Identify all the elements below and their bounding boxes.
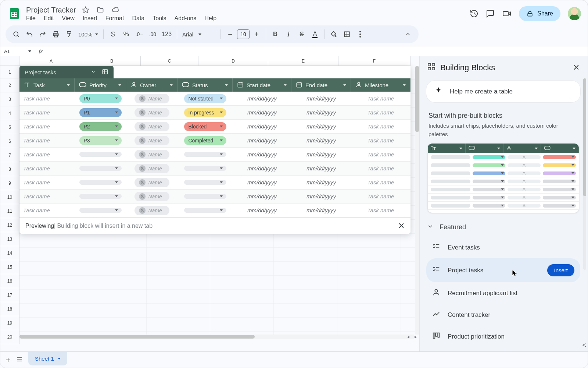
strike-icon[interactable]: S [298, 31, 306, 38]
row-header[interactable]: 10 [0, 190, 19, 204]
col-header[interactable]: E [268, 56, 338, 66]
text-color-icon[interactable]: A [311, 31, 319, 38]
menu-tools[interactable]: Tools [153, 15, 166, 22]
preview-column-header[interactable]: Start date [233, 78, 291, 92]
sheet-tab[interactable]: Sheet 1 [28, 352, 67, 365]
task-placeholder[interactable]: Task name [23, 151, 50, 158]
row-header[interactable]: 2 [0, 78, 19, 92]
meet-icon[interactable] [502, 9, 512, 18]
row-header[interactable]: 18 [0, 302, 19, 316]
col-header[interactable]: F [338, 56, 410, 66]
row-header[interactable]: 12 [0, 218, 19, 232]
status-chip[interactable]: Completed [184, 136, 226, 145]
menu-view[interactable]: View [62, 15, 74, 22]
task-placeholder[interactable]: Task name [23, 109, 50, 116]
priority-chip[interactable] [79, 208, 122, 213]
preview-column-header[interactable]: End date [291, 78, 351, 92]
end-date-cell[interactable]: mm/dd/yyyy [291, 207, 351, 213]
preview-column-header[interactable]: Status [178, 78, 233, 92]
menu-format[interactable]: Format [105, 15, 124, 22]
horizontal-scrollbar[interactable] [19, 335, 414, 339]
template-item[interactable]: Event tasks [426, 237, 580, 258]
doc-title[interactable]: Project Tracker [26, 6, 76, 14]
milestone-placeholder[interactable]: Task name [368, 207, 394, 213]
table-grid-icon[interactable] [102, 68, 108, 76]
italic-icon[interactable]: I [284, 31, 293, 38]
owner-chip[interactable]: Name [135, 164, 169, 173]
name-box[interactable]: A1 [0, 49, 35, 54]
end-date-cell[interactable]: mm/dd/yyyy [291, 165, 351, 171]
owner-chip[interactable]: Name [135, 150, 169, 159]
start-date-cell[interactable]: mm/dd/yyyy [233, 109, 291, 116]
menu-insert[interactable]: Insert [83, 15, 97, 22]
comments-icon[interactable] [486, 9, 495, 18]
start-date-cell[interactable]: mm/dd/yyyy [233, 207, 291, 213]
milestone-placeholder[interactable]: Task name [368, 137, 394, 144]
status-chip[interactable] [184, 152, 226, 157]
status-chip[interactable]: In progress [184, 108, 226, 117]
start-date-cell[interactable]: mm/dd/yyyy [233, 193, 291, 199]
task-placeholder[interactable]: Task name [23, 193, 50, 199]
col-header[interactable]: B [83, 56, 141, 66]
zoom-value[interactable]: 100% [78, 31, 92, 38]
account-avatar[interactable] [568, 7, 581, 20]
milestone-placeholder[interactable]: Task name [368, 179, 394, 185]
col-header[interactable]: C [141, 56, 198, 66]
task-placeholder[interactable]: Task name [23, 165, 50, 171]
row-header[interactable]: 15 [0, 260, 19, 274]
row-header[interactable]: 19 [0, 316, 19, 330]
template-item[interactable]: Recruitment applicant list [426, 282, 580, 304]
paint-format-icon[interactable] [65, 31, 73, 38]
redo-icon[interactable] [39, 31, 47, 38]
menu-help[interactable]: Help [204, 15, 216, 22]
borders-icon[interactable] [343, 31, 351, 38]
milestone-placeholder[interactable]: Task name [368, 151, 394, 158]
move-icon[interactable] [97, 6, 104, 14]
row-header[interactable]: 5 [0, 120, 19, 134]
fontsize-increase[interactable]: + [252, 30, 261, 39]
collapse-panel-icon[interactable]: < [582, 342, 586, 349]
end-date-cell[interactable]: mm/dd/yyyy [291, 193, 351, 199]
template-item[interactable]: Content tracker [426, 304, 580, 326]
vertical-scrollbar[interactable] [415, 66, 419, 335]
template-item[interactable]: Product prioritization [426, 326, 580, 347]
fill-color-icon[interactable] [330, 31, 338, 38]
collapse-toolbar-icon[interactable] [404, 31, 412, 38]
owner-chip[interactable]: Name [135, 192, 169, 201]
task-placeholder[interactable]: Task name [23, 123, 50, 130]
milestone-placeholder[interactable]: Task name [368, 165, 394, 171]
priority-chip[interactable]: P0 [79, 94, 122, 103]
milestone-placeholder[interactable]: Task name [368, 123, 394, 130]
dec-decrease-icon[interactable]: .0← [135, 31, 143, 37]
priority-chip[interactable] [79, 194, 122, 199]
milestone-placeholder[interactable]: Task name [368, 95, 394, 102]
font-select[interactable]: Arial [182, 31, 215, 38]
owner-chip[interactable]: Name [135, 122, 169, 131]
chevron-down-icon[interactable] [95, 33, 98, 35]
end-date-cell[interactable]: mm/dd/yyyy [291, 137, 351, 144]
close-icon[interactable]: ✕ [573, 63, 580, 72]
status-chip[interactable] [184, 166, 226, 171]
task-placeholder[interactable]: Task name [23, 207, 50, 213]
row-header[interactable]: 20 [0, 330, 19, 344]
search-menus-icon[interactable] [12, 31, 20, 38]
add-sheet-icon[interactable]: + [6, 355, 11, 365]
template-thumbnail[interactable]: Tᴛ [428, 144, 579, 213]
row-header[interactable]: 13 [0, 232, 19, 246]
menu-data[interactable]: Data [132, 15, 144, 22]
number-format[interactable]: 123 [162, 31, 172, 38]
row-header[interactable]: 6 [0, 134, 19, 148]
priority-chip[interactable]: P1 [79, 108, 122, 117]
owner-chip[interactable]: Name [135, 108, 169, 117]
end-date-cell[interactable]: mm/dd/yyyy [291, 151, 351, 158]
row-header[interactable]: 8 [0, 162, 19, 176]
preview-table-tab[interactable]: Project tasks [19, 66, 114, 78]
status-chip[interactable]: Blocked [184, 122, 226, 131]
task-placeholder[interactable]: Task name [23, 137, 50, 144]
preview-column-header[interactable]: Priority [75, 78, 126, 92]
priority-chip[interactable] [79, 152, 122, 157]
row-header[interactable]: 16 [0, 274, 19, 288]
help-create-table[interactable]: Help me create a table [426, 81, 580, 102]
row-header[interactable]: 4 [0, 106, 19, 120]
row-header[interactable]: 9 [0, 176, 19, 190]
